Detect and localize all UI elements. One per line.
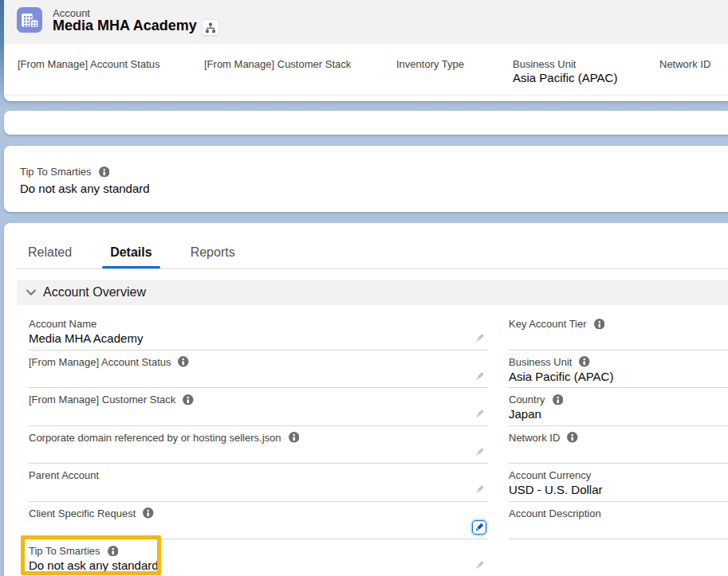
edit-pencil-icon[interactable] <box>474 446 485 460</box>
field-value: Do not ask any standard <box>29 558 159 572</box>
highlight-field: Network ID <box>659 58 710 71</box>
tip-card-value: Do not ask any standard <box>20 182 150 195</box>
tip-to-smarties-card: Tip To Smarties Do not ask any standard <box>4 146 728 212</box>
detail-field-row: Key Account Tier <box>509 312 728 351</box>
record-header-card: Account Media MHA Academy [From Manage] … <box>4 0 728 101</box>
field-label: Corporate domain referenced by or hostin… <box>29 432 281 444</box>
field-value: USD - U.S. Dollar <box>509 483 603 496</box>
info-icon[interactable] <box>108 546 119 557</box>
edit-pencil-icon[interactable] <box>474 484 485 498</box>
hierarchy-button[interactable] <box>202 19 219 36</box>
field-label: Network ID <box>509 432 560 444</box>
edit-pencil-icon[interactable] <box>474 370 485 385</box>
detail-field-row: Business Unit Asia Pacific (APAC) <box>509 351 728 389</box>
hierarchy-icon <box>205 22 216 33</box>
field-label: Account Description <box>509 507 601 519</box>
highlight-field-label: Network ID <box>659 58 710 70</box>
section-title: Account Overview <box>43 285 146 300</box>
details-left-column: Account Name Media MHA Academy [From Man… <box>29 312 488 576</box>
highlight-field: [From Manage] Account Status <box>18 58 159 71</box>
detail-field-row: Account Description <box>509 502 728 540</box>
info-icon[interactable] <box>289 432 300 443</box>
chevron-down-icon <box>26 287 37 298</box>
detail-field-row: Tip To Smarties Do not ask any standard <box>29 539 488 576</box>
info-icon[interactable] <box>579 356 590 367</box>
header-divider <box>4 95 728 96</box>
tab-details[interactable]: Details <box>91 223 171 268</box>
record-header-top: Account Media MHA Academy <box>4 0 728 44</box>
highlight-field-label: Business Unit <box>513 58 617 70</box>
detail-field-row: Account Currency USD - U.S. Dollar <box>509 464 728 502</box>
account-buildings-icon <box>17 7 42 33</box>
highlights-panel: [From Manage] Account Status [From Manag… <box>4 44 728 101</box>
detail-field-row: Account Name Media MHA Academy <box>29 312 488 351</box>
field-value: Asia Pacific (APAC) <box>509 370 613 383</box>
info-icon[interactable] <box>183 394 194 406</box>
edit-pencil-icon[interactable] <box>474 559 485 574</box>
highlight-field-value: Asia Pacific (APAC) <box>513 71 617 84</box>
highlight-field-label: [From Manage] Account Status <box>18 58 159 70</box>
empty-card <box>4 111 728 135</box>
edit-pencil-button-highlighted[interactable] <box>472 520 486 535</box>
info-icon[interactable] <box>594 319 605 330</box>
tab-bar-border <box>17 268 728 269</box>
highlight-field: Business Unit Asia Pacific (APAC) <box>513 58 617 84</box>
field-label: [From Manage] Customer Stack <box>29 394 175 406</box>
field-label: Account Currency <box>509 469 591 481</box>
tip-card-label: Tip To Smarties <box>20 166 92 178</box>
edit-pencil-icon[interactable] <box>474 408 485 422</box>
detail-field-row: Parent Account <box>29 464 488 502</box>
field-label: [From Manage] Account Status <box>29 356 171 368</box>
field-label: Tip To Smarties <box>29 545 100 557</box>
info-icon[interactable] <box>567 432 578 443</box>
highlight-field-label: [From Manage] Customer Stack <box>204 58 351 70</box>
highlight-field: Inventory Type <box>396 58 464 71</box>
field-label: Account Name <box>29 318 96 330</box>
record-title: Media MHA Academy <box>53 18 197 34</box>
highlight-field: [From Manage] Customer Stack <box>204 58 351 71</box>
detail-field-row: Country Japan <box>509 388 728 426</box>
detail-field-row: Corporate domain referenced by or hostin… <box>29 426 488 464</box>
field-value: Media MHA Academy <box>29 331 143 345</box>
details-right-column: Key Account Tier Business Unit Asia Paci… <box>509 312 728 539</box>
tab-reports[interactable]: Reports <box>171 223 254 268</box>
section-header-account-overview[interactable]: Account Overview <box>17 280 728 305</box>
detail-field-row: [From Manage] Account Status <box>29 351 488 389</box>
info-icon[interactable] <box>99 167 110 178</box>
info-icon[interactable] <box>178 356 189 367</box>
field-label: Client Specific Request <box>29 507 136 519</box>
info-icon[interactable] <box>553 394 564 406</box>
field-label: Parent Account <box>29 469 99 481</box>
field-label: Country <box>509 394 545 406</box>
detail-field-row: Client Specific Request <box>29 502 488 540</box>
tab-bar: RelatedDetailsReports <box>9 223 254 268</box>
details-card: RelatedDetailsReports Account Overview A… <box>4 223 728 576</box>
field-label: Key Account Tier <box>509 318 587 330</box>
highlight-field-label: Inventory Type <box>396 58 464 70</box>
field-label: Business Unit <box>509 356 572 368</box>
field-value: Japan <box>509 407 541 421</box>
detail-field-row: [From Manage] Customer Stack <box>29 388 488 426</box>
salesforce-record-page: Account Media MHA Academy [From Manage] … <box>0 0 728 576</box>
info-icon[interactable] <box>143 507 154 519</box>
tab-related[interactable]: Related <box>9 223 91 268</box>
edit-pencil-icon[interactable] <box>474 332 485 347</box>
detail-field-row: Network ID <box>509 426 728 464</box>
